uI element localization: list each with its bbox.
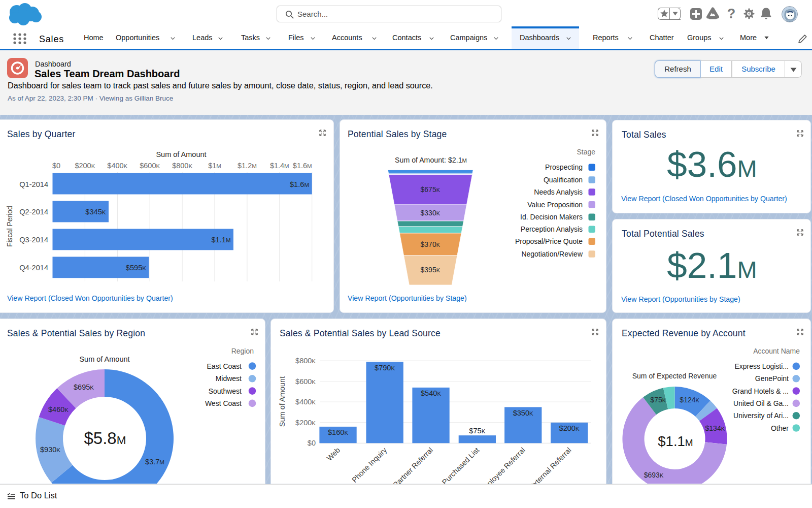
svg-text:Grand Hotels & ...: Grand Hotels & ... — [732, 387, 789, 395]
svg-text:External Referral: External Referral — [528, 446, 573, 484]
svg-text:Negotiation/Review: Negotiation/Review — [521, 250, 583, 258]
svg-text:Sum of Amount: Sum of Amount — [278, 376, 286, 427]
svg-text:$1.1M: $1.1M — [212, 236, 231, 244]
svg-text:$800K: $800K — [295, 357, 316, 365]
svg-text:$1.6M: $1.6M — [293, 162, 312, 170]
svg-text:Q4-2014: Q4-2014 — [19, 264, 48, 272]
svg-text:$134K: $134K — [705, 424, 725, 432]
svg-text:$160K: $160K — [328, 428, 348, 436]
svg-text:$675K: $675K — [421, 185, 441, 194]
svg-text:$540K: $540K — [421, 389, 441, 397]
svg-text:$600K: $600K — [140, 162, 160, 170]
svg-text:$1.6M: $1.6M — [290, 180, 309, 188]
svg-text:Partner Referral: Partner Referral — [391, 446, 434, 484]
svg-text:$800K: $800K — [172, 162, 192, 170]
svg-text:Midwest: Midwest — [216, 374, 242, 383]
svg-text:GenePoint: GenePoint — [755, 374, 789, 383]
svg-text:Other: Other — [771, 424, 789, 432]
svg-text:$75K: $75K — [469, 427, 485, 435]
svg-text:Qualification: Qualification — [544, 176, 583, 184]
svg-text:$695K: $695K — [74, 383, 94, 391]
svg-text:$460K: $460K — [48, 405, 69, 414]
svg-text:$200K: $200K — [75, 162, 95, 170]
svg-text:Phone Inquiry: Phone Inquiry — [350, 446, 388, 484]
svg-text:$330K: $330K — [421, 209, 441, 217]
svg-text:Employee Referral: Employee Referral — [478, 446, 527, 484]
svg-text:?: ? — [727, 6, 736, 21]
svg-text:$5.8M: $5.8M — [84, 429, 126, 448]
svg-text:Southwest: Southwest — [209, 387, 242, 395]
svg-text:Region: Region — [231, 347, 254, 355]
svg-text:Needs Analysis: Needs Analysis — [534, 188, 583, 196]
svg-text:Value Proposition: Value Proposition — [527, 201, 583, 209]
svg-text:$1.1M: $1.1M — [658, 433, 693, 449]
svg-text:Q2-2014: Q2-2014 — [19, 208, 48, 216]
svg-text:United Oil & Ga...: United Oil & Ga... — [733, 399, 789, 407]
svg-text:University of Ari...: University of Ari... — [733, 411, 789, 420]
svg-text:$1.4M: $1.4M — [270, 162, 289, 170]
svg-text:Prospecting: Prospecting — [545, 163, 583, 171]
svg-text:Web: Web — [325, 446, 342, 462]
svg-text:$1.2M: $1.2M — [238, 162, 257, 170]
svg-text:$3.7M: $3.7M — [145, 458, 164, 466]
svg-text:$0: $0 — [52, 162, 60, 170]
svg-text:$200K: $200K — [295, 419, 316, 427]
svg-text:$124K: $124K — [680, 396, 699, 404]
svg-text:Account Name: Account Name — [753, 347, 800, 355]
svg-text:Sum of Amount: $2.1M: Sum of Amount: $2.1M — [395, 156, 467, 164]
svg-text:$1M: $1M — [208, 162, 221, 170]
svg-text:Id. Decision Makers: Id. Decision Makers — [520, 213, 583, 221]
svg-text:$790K: $790K — [375, 364, 395, 372]
svg-text:$345K: $345K — [85, 208, 106, 216]
svg-text:$350K: $350K — [513, 409, 533, 417]
svg-text:$600K: $600K — [295, 377, 316, 386]
svg-text:$200K: $200K — [559, 424, 580, 432]
svg-text:Sum of Amount: Sum of Amount — [156, 150, 206, 158]
svg-text:West Coast: West Coast — [205, 399, 242, 407]
svg-text:Q1-2014: Q1-2014 — [19, 180, 48, 188]
svg-text:$930K: $930K — [40, 446, 60, 454]
svg-text:$75K: $75K — [650, 396, 666, 404]
svg-text:Proposal/Price Quote: Proposal/Price Quote — [515, 237, 583, 245]
svg-text:$693K: $693K — [644, 471, 664, 479]
svg-text:Sum of Amount: Sum of Amount — [79, 355, 129, 363]
svg-text:Stage: Stage — [577, 148, 595, 156]
svg-text:$370K: $370K — [421, 240, 441, 248]
svg-text:Q3-2014: Q3-2014 — [19, 236, 48, 244]
svg-text:$400K: $400K — [107, 162, 127, 170]
svg-text:Purchased List: Purchased List — [441, 446, 481, 484]
svg-text:Fiscal Period: Fiscal Period — [6, 206, 14, 247]
svg-text:$395K: $395K — [421, 266, 441, 274]
svg-text:$400K: $400K — [295, 398, 316, 406]
svg-text:Sum of Expected Revenue: Sum of Expected Revenue — [632, 372, 717, 380]
svg-text:Express Logisti...: Express Logisti... — [734, 362, 789, 370]
svg-text:$0: $0 — [308, 439, 316, 447]
svg-text:Perception Analysis: Perception Analysis — [521, 225, 583, 233]
svg-text:East Coast: East Coast — [207, 362, 242, 370]
svg-text:$595K: $595K — [126, 264, 146, 272]
